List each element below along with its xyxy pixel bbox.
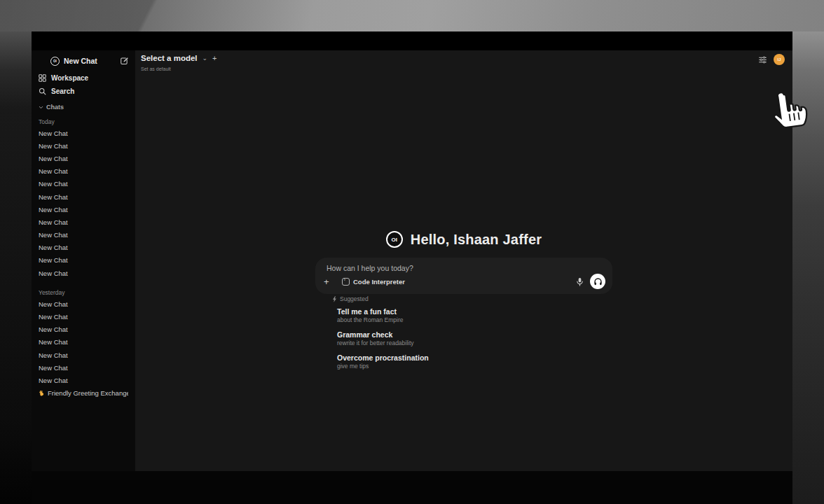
chat-list-item[interactable]: New Chat — [39, 323, 128, 336]
chat-title: New Chat — [39, 218, 68, 226]
suggested-header: Suggested — [332, 295, 561, 303]
chat-list-item[interactable]: New Chat — [39, 139, 128, 152]
main-area: Select a model ⌄ + Set as default IJ — [135, 50, 792, 471]
prompt-subtitle: about the Roman Empire — [337, 316, 561, 324]
avatar-glyph: IJ — [777, 57, 781, 62]
microphone-icon[interactable] — [576, 277, 584, 286]
prompt-subtitle: rewrite it for better readability — [337, 340, 561, 347]
code-interpreter-label: Code Interpreter — [353, 278, 405, 286]
chat-title: New Chat — [39, 155, 68, 162]
suggested-prompt[interactable]: Tell me a fun factabout the Roman Empire — [337, 307, 561, 324]
search-label: Search — [51, 88, 74, 95]
search-icon — [39, 88, 46, 95]
chat-title: New Chat — [39, 300, 68, 308]
new-chat-icon[interactable] — [120, 57, 128, 65]
prompt-title: Tell me a fun fact — [337, 307, 561, 316]
chat-list-item[interactable]: New Chat — [39, 336, 128, 349]
chat-list-item[interactable]: New Chat — [39, 127, 128, 139]
waving-hand-icon — [39, 390, 45, 396]
attach-plus-icon[interactable]: + — [324, 276, 336, 287]
prompt-list: Tell me a fun factabout the Roman Empire… — [337, 307, 561, 370]
user-avatar[interactable]: IJ — [774, 54, 785, 65]
chat-list-item[interactable]: New Chat — [39, 152, 128, 164]
greeting-row: OI Hello, Ishaan Jaffer — [135, 231, 792, 248]
add-model-icon[interactable]: + — [212, 55, 217, 62]
chat-list-item[interactable]: New Chat — [39, 361, 128, 374]
chat-list-item[interactable]: New Chat — [39, 216, 128, 228]
prompt-title: Grammar check — [337, 330, 561, 340]
chat-list-item[interactable]: Friendly Greeting Exchange — [39, 387, 128, 400]
header-actions: IJ — [758, 54, 785, 65]
chat-title: New Chat — [39, 364, 68, 372]
chat-list-item[interactable]: New Chat — [39, 229, 128, 241]
greeting-logo-icon: OI — [386, 231, 403, 248]
chat-group-label: Yesterday — [39, 286, 128, 296]
app-window: OI New Chat Workspace — [32, 31, 792, 471]
chat-title: Friendly Greeting Exchange — [48, 389, 128, 397]
chats-section-label: Chats — [46, 104, 64, 111]
app-logo-icon: OI — [50, 57, 60, 66]
chat-list-item[interactable]: New Chat — [39, 310, 128, 323]
sidebar-toggle-icon[interactable] — [39, 57, 46, 64]
prompt-title: Overcome procrastination — [337, 354, 561, 363]
sidebar-title: New Chat — [64, 57, 116, 65]
chat-list-item[interactable]: New Chat — [39, 298, 128, 310]
chat-title: New Chat — [39, 193, 68, 201]
suggested-prompt[interactable]: Grammar checkrewrite it for better reada… — [337, 330, 561, 347]
chat-title: New Chat — [39, 313, 68, 321]
prompt-subtitle: give me tips — [337, 363, 561, 370]
set-as-default-link[interactable]: Set as default — [141, 66, 171, 71]
desktop-background-right — [792, 31, 824, 504]
bolt-icon — [332, 296, 337, 302]
composer-toolbar: + Code Interpreter — [324, 274, 605, 289]
suggested-prompt[interactable]: Overcome procrastinationgive me tips — [337, 354, 561, 370]
model-chevron-icon[interactable]: ⌄ — [202, 55, 208, 62]
controls-sliders-icon[interactable] — [758, 55, 767, 64]
headphones-icon — [593, 277, 603, 286]
model-selector[interactable]: Select a model ⌄ + — [141, 54, 217, 62]
chat-list-item[interactable]: New Chat — [39, 349, 128, 361]
chevron-down-icon — [39, 105, 43, 110]
desktop: OI New Chat Workspace — [0, 0, 824, 504]
chat-title: New Chat — [39, 142, 68, 150]
terminal-icon — [342, 278, 350, 286]
chat-group-label: Today — [39, 115, 128, 125]
suggested-label: Suggested — [340, 295, 369, 302]
chats-section-toggle[interactable]: Chats — [39, 102, 128, 113]
chat-title: New Chat — [39, 130, 68, 137]
chat-title: New Chat — [39, 270, 68, 277]
message-input[interactable] — [327, 264, 537, 272]
chat-title: New Chat — [39, 231, 68, 239]
chat-title: New Chat — [39, 256, 68, 264]
suggested-prompts: Suggested Tell me a fun factabout the Ro… — [337, 295, 561, 377]
chat-list-item[interactable]: New Chat — [39, 267, 128, 279]
chat-title: New Chat — [39, 326, 68, 333]
chat-list-item[interactable]: New Chat — [39, 203, 128, 216]
model-selector-label[interactable]: Select a model — [141, 54, 198, 62]
sidebar-item-workspace[interactable]: Workspace — [39, 71, 128, 85]
chat-title: New Chat — [39, 206, 68, 214]
message-composer[interactable]: + Code Interpreter — [315, 258, 612, 294]
chat-title: New Chat — [39, 338, 68, 346]
workspace-label: Workspace — [51, 74, 88, 82]
voice-call-button[interactable] — [590, 274, 605, 289]
chat-title: New Chat — [39, 377, 68, 384]
chat-list-item[interactable]: New Chat — [39, 241, 128, 254]
desktop-background-wedge — [0, 0, 434, 31]
chat-title: New Chat — [39, 180, 68, 188]
chat-title: New Chat — [39, 351, 68, 359]
chat-list-item[interactable]: New Chat — [39, 374, 128, 386]
code-interpreter-toggle[interactable]: Code Interpreter — [342, 278, 405, 286]
sidebar: OI New Chat Workspace — [32, 50, 135, 471]
chat-groups: TodayNew ChatNew ChatNew ChatNew ChatNew… — [39, 113, 128, 400]
window-titlebar — [32, 31, 792, 50]
greeting-text: Hello, Ishaan Jaffer — [411, 232, 542, 248]
chat-list-item[interactable]: New Chat — [39, 178, 128, 190]
workspace-icon — [39, 74, 46, 82]
sidebar-item-search[interactable]: Search — [39, 85, 128, 98]
chat-list-item[interactable]: New Chat — [39, 190, 128, 203]
chat-list-item[interactable]: New Chat — [39, 254, 128, 267]
sidebar-header: OI New Chat — [39, 55, 128, 67]
desktop-background-left — [0, 31, 32, 504]
chat-list-item[interactable]: New Chat — [39, 165, 128, 178]
